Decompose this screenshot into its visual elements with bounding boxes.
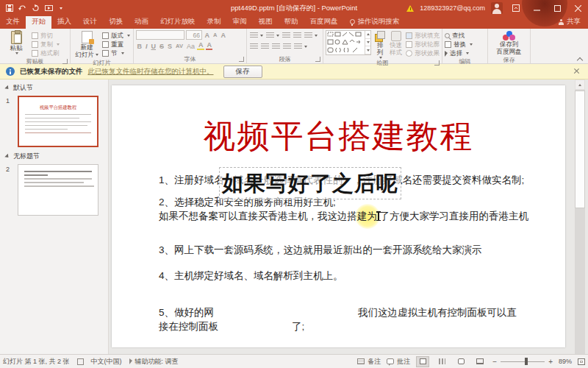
tab-record[interactable]: 录制 <box>201 15 227 29</box>
shrink-font-icon[interactable]: A <box>212 32 218 38</box>
cut-button[interactable]: 剪切 <box>32 32 60 40</box>
slideshow-view-button[interactable] <box>473 356 487 367</box>
slide-canvas[interactable]: 视频平台搭建教程 1、注册好域名（域名一般选择有代表性的），注册好域名还需要提交… <box>112 85 565 347</box>
slide-sorter-view-button[interactable] <box>435 356 448 367</box>
scroll-up-icon[interactable] <box>575 79 585 90</box>
redo-icon[interactable] <box>32 4 40 12</box>
tab-design[interactable]: 设计 <box>77 15 103 29</box>
maximize-button[interactable] <box>550 1 564 15</box>
char-spacing-button[interactable]: AV <box>175 43 184 49</box>
comments-button[interactable]: 批注 <box>387 357 410 367</box>
reset-button[interactable]: 重置 <box>102 40 130 49</box>
sync-warning-icon[interactable] <box>406 5 414 12</box>
caption-overlay-text[interactable]: 如果写好了之后呢 <box>219 167 401 199</box>
normal-view-button[interactable] <box>416 356 429 367</box>
zoom-slider[interactable] <box>501 361 545 362</box>
font-name-combo[interactable] <box>136 30 184 40</box>
save-to-baidu-button[interactable]: 保存到百度网盘 <box>493 30 526 56</box>
grow-font-icon[interactable]: A <box>204 32 211 39</box>
shape-outline-button[interactable]: 形状轮廓 <box>406 40 440 49</box>
align-center-icon[interactable] <box>260 43 270 51</box>
font-size-combo[interactable]: 66 <box>186 30 202 40</box>
close-button[interactable] <box>570 1 585 15</box>
clear-formatting-icon[interactable]: A <box>220 32 227 39</box>
quick-styles-button[interactable]: 快速样式 <box>389 30 403 57</box>
slide-2-thumbnail[interactable] <box>18 164 98 216</box>
section-button[interactable]: 节 <box>102 49 130 57</box>
shape-fill-button[interactable]: 形状填充 <box>406 32 440 40</box>
copy-button[interactable]: 复制 <box>32 40 60 49</box>
scroll-up-icon[interactable] <box>367 33 370 35</box>
tab-view[interactable]: 视图 <box>253 15 279 29</box>
minimize-button[interactable] <box>529 1 544 15</box>
strikethrough-button[interactable]: S <box>159 43 165 50</box>
underline-button[interactable]: U <box>150 43 157 50</box>
text-shadow-button[interactable]: S <box>167 43 173 50</box>
new-slide-button[interactable]: 新建幻灯片 <box>73 30 101 59</box>
font-color-button[interactable]: A <box>206 42 213 50</box>
bold-button[interactable]: B <box>136 43 143 50</box>
tab-animations[interactable]: 动画 <box>129 15 154 29</box>
tab-file[interactable]: 文件 <box>0 15 26 29</box>
scroll-down-icon[interactable] <box>367 41 370 43</box>
dialog-launcher-icon[interactable] <box>315 57 320 62</box>
scrollbar-thumb[interactable] <box>575 91 585 208</box>
notes-button[interactable]: 备注 <box>357 357 381 367</box>
paste-button[interactable]: 粘贴 <box>2 30 30 54</box>
italic-button[interactable]: I <box>145 43 149 50</box>
arrange-button[interactable]: 排列 <box>374 30 386 59</box>
change-case-button[interactable]: Aa <box>185 43 196 50</box>
dialog-launcher-icon[interactable] <box>239 57 244 62</box>
shape-effects-button[interactable]: 形状效果 <box>406 49 440 57</box>
line-spacing-icon[interactable] <box>304 32 318 40</box>
select-button[interactable]: 选择 <box>445 49 469 57</box>
increase-indent-icon[interactable] <box>293 32 302 40</box>
layout-button[interactable]: 版式 <box>102 32 130 40</box>
account-email[interactable]: 1289323927@qq.com <box>420 4 485 12</box>
save-icon[interactable] <box>6 4 13 12</box>
section-untitled[interactable]: 无标题节 <box>0 150 108 163</box>
dialog-launcher-icon[interactable] <box>434 60 440 66</box>
tab-home[interactable]: 开始 <box>26 15 51 29</box>
fit-to-window-icon[interactable] <box>578 358 585 365</box>
slide-title[interactable]: 视频平台搭建教程 <box>112 115 565 158</box>
tab-transitions[interactable]: 切换 <box>103 15 129 29</box>
recovered-file-link[interactable]: 此已恢复文件临时存储在您的计算机中。 <box>88 67 214 77</box>
undo-icon[interactable] <box>18 4 26 12</box>
tab-help[interactable]: 帮助 <box>279 15 304 29</box>
replace-button[interactable]: 替换 <box>445 40 473 49</box>
tab-review[interactable]: 审阅 <box>227 15 253 29</box>
shapes-gallery[interactable] <box>326 30 371 55</box>
collapse-ribbon-icon[interactable] <box>576 55 584 61</box>
columns-icon[interactable] <box>293 43 308 51</box>
shapes-grid[interactable] <box>326 31 365 54</box>
find-button[interactable]: 查找 <box>445 32 465 40</box>
zoom-in-button[interactable]: + <box>548 358 553 366</box>
language-status[interactable]: 中文(中国) <box>91 357 122 367</box>
format-painter-button[interactable]: 格式刷 <box>32 49 60 57</box>
vertical-scrollbar[interactable] <box>575 79 585 354</box>
zoom-out-button[interactable]: − <box>492 358 497 366</box>
display-settings-icon[interactable] <box>77 358 84 365</box>
more-shapes-icon[interactable] <box>367 49 370 52</box>
zoom-level[interactable]: 89% <box>559 358 572 365</box>
zoom-slider-thumb[interactable] <box>525 358 528 365</box>
highlight-color-button[interactable]: A <box>197 42 204 50</box>
avatar[interactable] <box>491 2 503 14</box>
section-default[interactable]: 默认节 <box>0 82 108 94</box>
dialog-launcher-icon[interactable] <box>62 59 68 64</box>
align-right-icon[interactable] <box>271 43 281 51</box>
align-left-icon[interactable] <box>249 43 259 51</box>
start-slideshow-icon[interactable] <box>45 5 53 12</box>
customize-qat-icon[interactable] <box>60 7 62 10</box>
tab-baidu-netdisk[interactable]: 百度网盘 <box>304 15 344 29</box>
tab-slideshow[interactable]: 幻灯片放映 <box>154 15 201 29</box>
recovered-save-button[interactable]: 保存 <box>223 66 262 78</box>
reading-view-button[interactable] <box>454 356 467 367</box>
tab-insert[interactable]: 插入 <box>51 15 77 29</box>
share-button[interactable]: 共享 <box>551 15 588 29</box>
justify-icon[interactable] <box>282 43 292 51</box>
accessibility-status[interactable]: 辅助功能: 调查 <box>129 357 179 367</box>
shapes-scrollbar[interactable] <box>365 31 370 54</box>
ribbon-display-options-icon[interactable] <box>509 1 523 15</box>
